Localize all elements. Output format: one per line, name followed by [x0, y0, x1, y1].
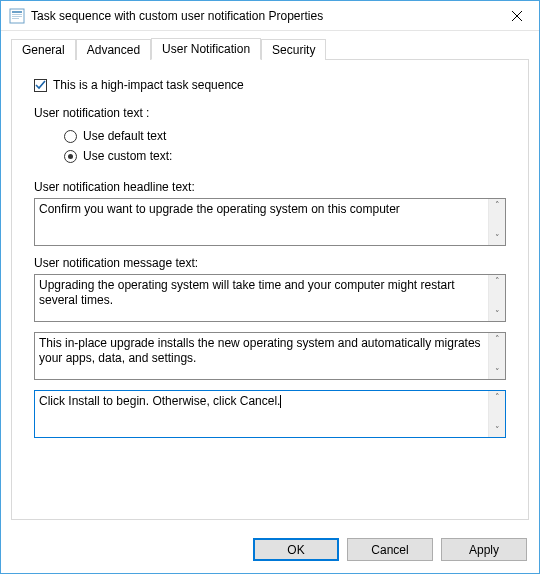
headline-textarea[interactable]: Confirm you want to upgrade the operatin… — [34, 198, 506, 246]
user-notification-text-label: User notification text : — [34, 106, 506, 120]
svg-rect-1 — [12, 11, 22, 13]
radio-custom-text-label: Use custom text: — [83, 149, 172, 163]
radio-default-text-label: Use default text — [83, 129, 166, 143]
high-impact-label: This is a high-impact task sequence — [53, 78, 244, 92]
high-impact-row: This is a high-impact task sequence — [34, 78, 506, 92]
dialog-body: General Advanced User Notification Secur… — [1, 31, 539, 530]
app-icon — [9, 8, 25, 24]
tab-user-notification[interactable]: User Notification — [151, 38, 261, 60]
scrollbar[interactable]: ˄ ˅ — [488, 333, 505, 379]
scrollbar[interactable]: ˄ ˅ — [488, 199, 505, 245]
scroll-down-icon: ˅ — [495, 310, 500, 319]
svg-rect-4 — [12, 18, 19, 19]
scroll-up-icon: ˄ — [495, 335, 500, 344]
cancel-button[interactable]: Cancel — [347, 538, 433, 561]
message-textarea-1[interactable]: Upgrading the operating system will take… — [34, 274, 506, 322]
message-value-3: Click Install to begin. Otherwise, click… — [35, 391, 488, 437]
headline-value: Confirm you want to upgrade the operatin… — [35, 199, 488, 245]
titlebar: Task sequence with custom user notificat… — [1, 1, 539, 31]
tabstrip: General Advanced User Notification Secur… — [11, 39, 529, 60]
svg-rect-2 — [12, 14, 22, 15]
ok-button[interactable]: OK — [253, 538, 339, 561]
apply-button[interactable]: Apply — [441, 538, 527, 561]
scroll-down-icon: ˅ — [495, 368, 500, 377]
radio-default-text[interactable] — [64, 130, 77, 143]
headline-label: User notification headline text: — [34, 180, 506, 194]
high-impact-checkbox[interactable] — [34, 79, 47, 92]
properties-dialog: Task sequence with custom user notificat… — [0, 0, 540, 574]
scroll-down-icon: ˅ — [495, 234, 500, 243]
dialog-footer: OK Cancel Apply — [1, 530, 539, 573]
radio-custom-text-row: Use custom text: — [64, 146, 506, 166]
radio-default-text-row: Use default text — [64, 126, 506, 146]
tab-advanced[interactable]: Advanced — [76, 39, 151, 60]
scroll-up-icon: ˄ — [495, 393, 500, 402]
window-title: Task sequence with custom user notificat… — [31, 9, 494, 23]
text-caret — [280, 395, 281, 408]
scroll-up-icon: ˄ — [495, 201, 500, 210]
scroll-up-icon: ˄ — [495, 277, 500, 286]
notification-text-radio-group: Use default text Use custom text: — [64, 126, 506, 166]
radio-custom-text[interactable] — [64, 150, 77, 163]
message-textarea-2[interactable]: This in-place upgrade installs the new o… — [34, 332, 506, 380]
message-value-1: Upgrading the operating system will take… — [35, 275, 488, 321]
close-button[interactable] — [494, 1, 539, 30]
tab-general[interactable]: General — [11, 39, 76, 60]
message-value-2: This in-place upgrade installs the new o… — [35, 333, 488, 379]
scrollbar[interactable]: ˄ ˅ — [488, 275, 505, 321]
message-label: User notification message text: — [34, 256, 506, 270]
tab-panel-user-notification: This is a high-impact task sequence User… — [11, 59, 529, 520]
tab-security[interactable]: Security — [261, 39, 326, 60]
scrollbar[interactable]: ˄ ˅ — [488, 391, 505, 437]
svg-rect-3 — [12, 16, 22, 17]
scroll-down-icon: ˅ — [495, 426, 500, 435]
message-textarea-3[interactable]: Click Install to begin. Otherwise, click… — [34, 390, 506, 438]
